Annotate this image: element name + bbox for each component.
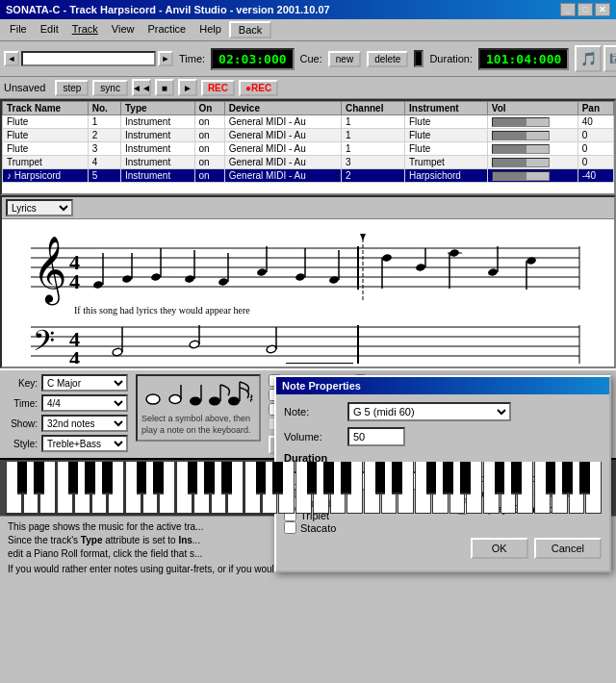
style-label: Style: bbox=[4, 439, 38, 449]
black-key[interactable] bbox=[256, 462, 267, 494]
black-key[interactable] bbox=[426, 462, 437, 494]
black-key[interactable] bbox=[546, 462, 556, 494]
black-key[interactable] bbox=[323, 462, 334, 494]
black-key[interactable] bbox=[579, 462, 590, 494]
stacato-label: Stacato bbox=[300, 522, 336, 534]
black-key[interactable] bbox=[495, 462, 505, 494]
score-canvas: 𝄞 4 4 bbox=[2, 219, 614, 368]
black-key[interactable] bbox=[341, 462, 351, 494]
svg-point-57 bbox=[169, 395, 181, 404]
volume-row: Volume: 50 bbox=[284, 427, 602, 446]
lyrics-select[interactable]: Lyrics bbox=[6, 199, 73, 216]
ok-btn[interactable]: OK bbox=[471, 538, 528, 559]
table-row[interactable]: ♪ Harpsicord5InstrumentonGeneral MIDI - … bbox=[3, 169, 614, 183]
menu-file[interactable]: File bbox=[4, 21, 33, 38]
black-key[interactable] bbox=[307, 462, 318, 494]
close-btn[interactable]: ✕ bbox=[595, 3, 610, 16]
svg-marker-11 bbox=[360, 234, 366, 240]
nav-rewind-btn[interactable]: ◄◄ bbox=[132, 79, 151, 96]
lyrics-text: If this song had lyrics they would appea… bbox=[74, 305, 250, 316]
black-key[interactable] bbox=[460, 462, 471, 494]
cue-input[interactable] bbox=[414, 50, 424, 67]
black-key[interactable] bbox=[204, 462, 215, 494]
scroll-track[interactable] bbox=[21, 51, 156, 66]
title-text: SONATA-C - Track Harpsicord - Anvil Stud… bbox=[6, 4, 330, 15]
black-key[interactable] bbox=[272, 462, 283, 494]
cue-delete-btn[interactable]: delete bbox=[367, 51, 408, 67]
menu-track[interactable]: Track bbox=[66, 21, 104, 38]
svg-text:𝄢: 𝄢 bbox=[33, 325, 55, 364]
rec-btn[interactable]: REC bbox=[201, 80, 235, 96]
cancel-btn[interactable]: Cancel bbox=[534, 538, 602, 559]
note-row: Note: G 5 (midi 60) bbox=[284, 402, 602, 421]
menu-back[interactable]: Back bbox=[229, 21, 271, 38]
scroll-right-btn[interactable]: ► bbox=[158, 51, 173, 66]
rec-live-btn[interactable]: ●REC bbox=[239, 80, 278, 96]
icon-btn-1[interactable]: 🎵 bbox=[575, 45, 602, 72]
title-bar: SONATA-C - Track Harpsicord - Anvil Stud… bbox=[0, 0, 616, 19]
col-device: Device bbox=[224, 102, 341, 115]
track-table-container[interactable]: Track Name No. Type On Device Channel In… bbox=[0, 99, 616, 195]
table-row[interactable]: Trumpet4InstrumentonGeneral MIDI - Au3Tr… bbox=[3, 156, 614, 169]
black-key[interactable] bbox=[68, 462, 79, 494]
scroll-left-btn[interactable]: ◄ bbox=[4, 51, 19, 66]
sync-btn[interactable]: sync bbox=[92, 80, 128, 96]
black-key[interactable] bbox=[511, 462, 522, 494]
maximize-btn[interactable]: □ bbox=[578, 3, 593, 16]
note-select[interactable]: G 5 (midi 60) bbox=[347, 402, 511, 421]
time-select[interactable]: 4/4 bbox=[41, 394, 128, 412]
window-controls[interactable]: _ □ ✕ bbox=[560, 3, 610, 16]
black-key[interactable] bbox=[221, 462, 232, 494]
black-key[interactable] bbox=[34, 462, 44, 494]
stacato-row: Stacato bbox=[284, 521, 441, 534]
menu-edit[interactable]: Edit bbox=[35, 21, 64, 38]
cue-new-btn[interactable]: new bbox=[328, 51, 361, 67]
track-table: Track Name No. Type On Device Channel In… bbox=[2, 101, 614, 183]
volume-input[interactable]: 50 bbox=[347, 427, 405, 446]
svg-text:𝄞: 𝄞 bbox=[33, 237, 66, 306]
time-label: Time: bbox=[179, 53, 205, 64]
modal-title-text: Note Properties bbox=[282, 380, 361, 392]
minimize-btn[interactable]: _ bbox=[560, 3, 576, 16]
col-vol: Vol bbox=[487, 102, 578, 115]
table-row[interactable]: Flute2InstrumentonGeneral MIDI - Au1Flut… bbox=[3, 129, 614, 142]
col-name: Track Name bbox=[3, 102, 89, 115]
note-duration-symbols-svg[interactable]: 𝄽 bbox=[141, 380, 255, 411]
left-controls: Key: C Major Time: 4/4 Show: 32nd notes … bbox=[4, 374, 128, 452]
black-key[interactable] bbox=[153, 462, 164, 494]
table-row[interactable]: Flute1InstrumentonGeneral MIDI - Au1Flut… bbox=[3, 115, 614, 129]
cue-label: Cue: bbox=[300, 53, 322, 64]
black-key[interactable] bbox=[562, 462, 573, 494]
svg-point-35 bbox=[487, 267, 498, 276]
black-key[interactable] bbox=[85, 462, 95, 494]
menu-view[interactable]: View bbox=[106, 21, 141, 38]
note-field-label: Note: bbox=[284, 406, 342, 417]
stacato-cb[interactable] bbox=[284, 521, 296, 534]
svg-text:𝄽: 𝄽 bbox=[249, 393, 253, 403]
black-key[interactable] bbox=[392, 462, 402, 494]
svg-point-28 bbox=[381, 253, 392, 262]
style-select[interactable]: Treble+Bass bbox=[41, 435, 128, 452]
black-key[interactable] bbox=[375, 462, 386, 494]
black-key[interactable] bbox=[188, 462, 198, 494]
menu-practice[interactable]: Practice bbox=[141, 21, 192, 38]
table-row[interactable]: Flute3InstrumentonGeneral MIDI - Au1Flut… bbox=[3, 142, 614, 156]
key-row: Key: C Major bbox=[4, 374, 128, 392]
icon-btn-2[interactable]: 🎼 bbox=[603, 45, 616, 72]
black-key[interactable] bbox=[102, 462, 113, 494]
black-key[interactable] bbox=[137, 462, 147, 494]
show-select[interactable]: 32nd notes bbox=[41, 415, 128, 432]
transport-area: ◄ ► Time: 02:03:000 Cue: new delete Dura… bbox=[0, 41, 616, 77]
modal-title-bar: Note Properties bbox=[276, 377, 609, 394]
step-btn[interactable]: step bbox=[55, 80, 89, 96]
black-key[interactable] bbox=[17, 462, 28, 494]
col-channel: Channel bbox=[342, 102, 405, 115]
black-key[interactable] bbox=[443, 462, 453, 494]
svg-text:4: 4 bbox=[69, 269, 80, 293]
nav-play-btn[interactable]: ► bbox=[178, 79, 197, 96]
nav-stop-btn[interactable]: ■ bbox=[155, 79, 174, 96]
music-staff-svg: 𝄞 4 4 bbox=[2, 219, 599, 364]
key-select[interactable]: C Major bbox=[41, 374, 128, 392]
time-row: Time: 4/4 bbox=[4, 394, 128, 412]
menu-help[interactable]: Help bbox=[193, 21, 227, 38]
